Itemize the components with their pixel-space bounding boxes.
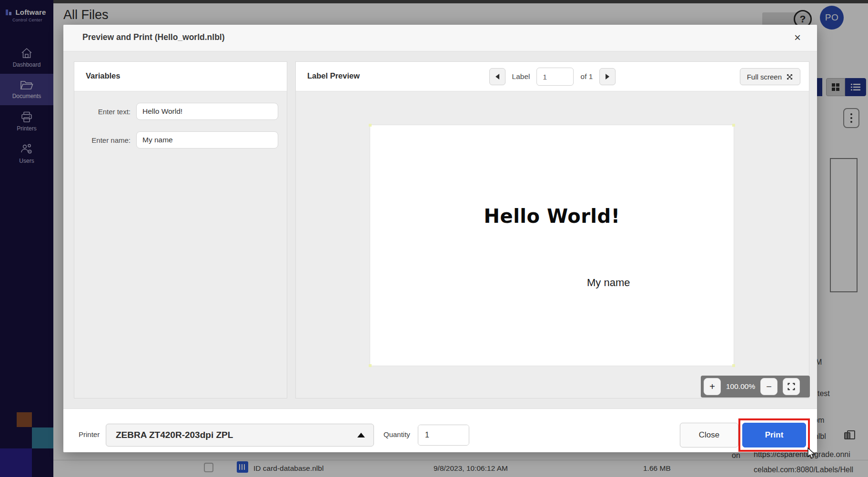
label-text-my-name: My name: [587, 277, 630, 289]
quantity-stepper: ▲ ▼: [418, 425, 469, 446]
next-label-button[interactable]: [599, 68, 616, 85]
printer-label: Printer: [79, 430, 100, 438]
full-screen-button[interactable]: Full screen: [740, 68, 800, 85]
previous-label-button[interactable]: [489, 68, 505, 85]
variable-row: Enter text:: [74, 103, 278, 120]
enter-text-field[interactable]: [136, 103, 278, 120]
label-corner-handle: [732, 124, 735, 127]
quantity-label: Quantity: [384, 430, 410, 438]
label-corner-handle: [369, 124, 372, 127]
label-text-hello-world: Hello World!: [370, 205, 734, 227]
label-number-input[interactable]: [537, 68, 574, 86]
pager-label: Label: [512, 72, 530, 81]
label-corner-handle: [732, 364, 735, 367]
mouse-cursor: [807, 447, 818, 462]
expand-arrows-icon: [786, 73, 793, 80]
dialog-header: Preview and Print (Hello_world.nlbl) ×: [63, 25, 817, 51]
quantity-input[interactable]: [418, 425, 469, 445]
variable-label: Enter name:: [74, 136, 136, 144]
zoom-fit-button[interactable]: [783, 378, 800, 395]
zoom-in-button[interactable]: +: [704, 378, 721, 395]
arrow-right-icon: [606, 74, 609, 80]
variable-row: Enter name:: [74, 131, 278, 149]
zoom-level: 100.00%: [726, 382, 755, 391]
label-corner-handle: [369, 364, 372, 367]
caret-up-icon: [357, 433, 365, 437]
close-button[interactable]: Close: [680, 423, 738, 447]
close-icon[interactable]: ×: [794, 30, 801, 45]
variable-label: Enter text:: [74, 108, 136, 116]
label-preview-title: Label Preview: [307, 71, 360, 80]
print-button[interactable]: Print: [742, 423, 806, 447]
label-preview-header: Label Preview Label of 1 Full screen: [296, 62, 809, 91]
full-screen-label: Full screen: [747, 73, 782, 81]
printer-select[interactable]: ZEBRA ZT420R-203dpi ZPL: [106, 424, 374, 447]
zoom-toolbar: + 100.00% −: [701, 376, 810, 398]
label-pager: Label of 1: [489, 68, 616, 86]
pager-of-label: of 1: [581, 72, 593, 81]
zoom-out-button[interactable]: −: [760, 378, 777, 395]
dialog-footer: Printer ZEBRA ZT420R-203dpi ZPL Quantity…: [63, 408, 817, 452]
enter-name-field[interactable]: [136, 131, 278, 149]
fit-brackets-icon: [787, 383, 795, 390]
label-canvas: Hello World! My name: [370, 125, 734, 366]
label-preview-panel: Label Preview Label of 1 Full screen: [295, 61, 809, 398]
preview-and-print-dialog: Preview and Print (Hello_world.nlbl) × V…: [63, 25, 817, 452]
variables-panel: Variables Enter text: Enter name:: [74, 61, 287, 398]
variables-panel-header: Variables: [74, 62, 287, 91]
arrow-left-icon: [495, 74, 499, 80]
printer-value: ZEBRA ZT420R-203dpi ZPL: [106, 430, 233, 440]
dialog-title: Preview and Print (Hello_world.nlbl): [82, 32, 225, 42]
variables-title: Variables: [86, 71, 120, 80]
